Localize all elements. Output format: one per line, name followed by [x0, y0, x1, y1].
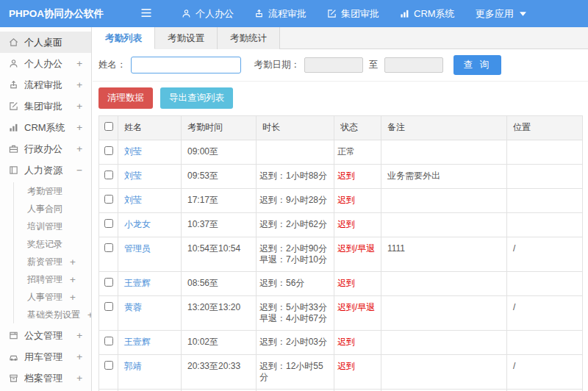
sidebar-item[interactable]: 个人办公+ — [0, 53, 91, 74]
select-all-checkbox[interactable] — [104, 122, 113, 131]
sidebar-item-label: 行政办公 — [24, 143, 62, 156]
remark — [381, 331, 507, 355]
sidebar-item[interactable]: 档案管理+ — [0, 367, 91, 389]
expander-icon[interactable]: + — [70, 292, 76, 303]
sidebar-item[interactable]: 公文管理+ — [0, 325, 91, 346]
sidebar-subitem-label: 考勤管理 — [27, 185, 62, 198]
sidebar-item-label: 个人办公 — [24, 57, 62, 71]
sidebar-item[interactable]: 集团审批+ — [0, 96, 91, 117]
table-row: 王壹辉08:56至迟到：56分迟到 — [99, 272, 583, 296]
location — [507, 213, 583, 237]
table-row: 黄蓉13:20至13:20迟到：5小时33分早退：4小时67分迟到/早退/ — [99, 296, 583, 331]
export-list-button[interactable]: 导出查询列表 — [160, 87, 233, 109]
nav-item[interactable]: 更多应用 — [465, 0, 537, 27]
sidebar-subitem[interactable]: 人事合同 — [14, 200, 91, 218]
nav-item[interactable]: 流程审批 — [244, 0, 317, 27]
sidebar-item[interactable]: 用车管理+ — [0, 346, 91, 367]
nav-item[interactable]: 集团审批 — [317, 0, 390, 27]
attendance-table: 姓名考勤时间时长状态备注位置 刘莹09:00至正常刘莹09:53至迟到：1小时8… — [98, 115, 583, 391]
expander-icon[interactable]: + — [76, 101, 82, 112]
attendance-time: 08:56至 — [182, 272, 257, 296]
table-row: 小龙女10:37至迟到：2小时62分迟到 — [99, 213, 583, 237]
clean-data-button[interactable]: 清理数据 — [98, 87, 153, 109]
employee-name-link[interactable]: 刘莹 — [124, 171, 142, 181]
column-header: 考勤时间 — [182, 116, 257, 140]
employee-name-link[interactable]: 管理员 — [124, 243, 151, 254]
expander-icon[interactable]: + — [70, 274, 76, 285]
expander-icon[interactable]: + — [87, 309, 92, 320]
date-label: 考勤日期： — [254, 59, 301, 71]
tab-inactive[interactable]: 考勤统计 — [218, 27, 280, 49]
expander-icon[interactable]: + — [76, 143, 82, 154]
car-icon — [9, 352, 18, 362]
nav-item-label: 更多应用 — [476, 7, 514, 21]
sidebar-item-label: 档案管理 — [24, 372, 62, 385]
status-badge: 迟到 — [337, 219, 355, 229]
row-checkbox[interactable] — [104, 361, 113, 370]
expander-icon[interactable]: + — [76, 58, 82, 69]
employee-name-link[interactable]: 王壹辉 — [124, 278, 151, 288]
expander-icon[interactable]: + — [70, 257, 76, 268]
expander-icon[interactable]: + — [76, 122, 82, 133]
row-checkbox[interactable] — [104, 195, 113, 204]
remark — [381, 213, 507, 237]
attendance-time: 10:02至 — [182, 331, 257, 355]
nav-item-label: 集团审批 — [341, 7, 379, 21]
status-badge: 迟到 — [337, 361, 355, 371]
top-header: PHPOA协同办公软件 个人办公流程审批集团审批CRM系统更多应用 — [0, 0, 588, 27]
menu-toggle-button[interactable] — [140, 8, 152, 20]
expander-icon[interactable]: + — [76, 79, 82, 90]
duration: 迟到：9小时28分 — [257, 189, 334, 213]
sidebar-item-label: 人力资源 — [24, 164, 62, 177]
edit-icon — [9, 101, 18, 111]
row-checkbox[interactable] — [104, 219, 113, 228]
nav-item[interactable]: CRM系统 — [390, 0, 465, 27]
tab-inactive[interactable]: 考勤设置 — [155, 27, 218, 49]
date-to-input[interactable] — [384, 57, 443, 73]
employee-name-link[interactable]: 刘莹 — [124, 195, 142, 205]
attendance-time: 09:00至 — [182, 140, 257, 165]
employee-name-link[interactable]: 小龙女 — [124, 219, 151, 229]
table-row: 管理员10:54至10:54迟到：2小时90分早退：7小时10分迟到/早退111… — [99, 237, 583, 272]
sidebar-subitem[interactable]: 基础类别设置+ — [14, 306, 91, 323]
employee-name-link[interactable]: 王壹辉 — [124, 337, 151, 347]
sidebar-item[interactable]: 人力资源− — [0, 159, 91, 181]
row-checkbox[interactable] — [104, 171, 113, 179]
sidebar-item[interactable]: 流程审批+ — [0, 74, 91, 96]
sidebar-item[interactable]: 个人桌面 — [0, 32, 91, 53]
sidebar-item[interactable]: CRM系统+ — [0, 117, 91, 138]
expander-icon[interactable]: − — [76, 165, 82, 176]
employee-name-link[interactable]: 黄蓉 — [124, 302, 142, 312]
row-checkbox[interactable] — [104, 302, 113, 311]
employee-name-link[interactable]: 刘莹 — [124, 146, 142, 157]
sidebar-subitem[interactable]: 培训管理 — [14, 218, 91, 235]
sidebar-item-label: 用车管理 — [24, 351, 62, 364]
search-button[interactable]: 查 询 — [453, 55, 501, 75]
column-header: 位置 — [507, 116, 583, 140]
action-bar: 清理数据 导出查询列表 — [93, 82, 588, 115]
sidebar-subitem[interactable]: 人事管理+ — [14, 288, 91, 306]
row-checkbox[interactable] — [104, 146, 113, 155]
sidebar-subitem[interactable]: 考勤管理 — [14, 182, 91, 200]
duration: 迟到：2小时90分早退：7小时10分 — [257, 237, 334, 272]
date-from-input[interactable] — [304, 57, 363, 73]
sidebar-subitem[interactable]: 薪资管理+ — [14, 253, 91, 270]
row-checkbox[interactable] — [104, 243, 113, 252]
name-input[interactable] — [131, 57, 241, 73]
status-badge: 正常 — [337, 146, 355, 157]
tab-active[interactable]: 考勤列表 — [93, 27, 155, 49]
edit-icon — [327, 9, 337, 18]
row-checkbox[interactable] — [104, 337, 113, 345]
location — [507, 189, 583, 213]
column-header: 备注 — [381, 116, 507, 140]
sidebar-item[interactable]: 行政办公+ — [0, 138, 91, 159]
expander-icon[interactable]: + — [76, 330, 82, 341]
sidebar-subitem[interactable]: 奖惩记录 — [14, 235, 91, 253]
sidebar-subitem[interactable]: 招聘管理+ — [14, 270, 91, 288]
expander-icon[interactable]: + — [76, 373, 82, 384]
expander-icon[interactable]: + — [76, 351, 82, 362]
employee-name-link[interactable]: 郭靖 — [124, 361, 142, 371]
nav-item[interactable]: 个人办公 — [171, 0, 244, 27]
row-checkbox[interactable] — [104, 278, 113, 287]
location: / — [507, 296, 583, 331]
